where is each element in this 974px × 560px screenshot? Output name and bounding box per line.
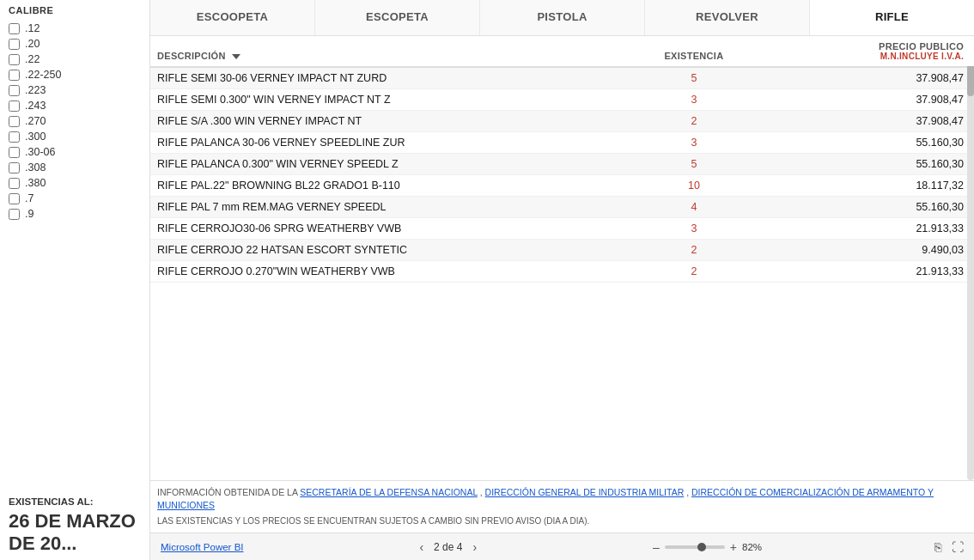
checkbox-.243[interactable]: [9, 100, 20, 112]
td-desc: RIFLE CERROJO 22 HATSAN ESCORT SYNTETIC: [150, 240, 644, 261]
checkbox-.7[interactable]: [9, 193, 20, 204]
td-exist: 3: [644, 132, 743, 154]
checkbox-label-.223: .223: [25, 84, 46, 96]
checkbox-label-.7: .7: [25, 192, 33, 204]
col-price-sub: M.N.INCLUYE I.V.A.: [750, 52, 964, 61]
zoom-thumb: [697, 543, 706, 551]
scrollbar[interactable]: [967, 36, 974, 480]
td-price: 21.913,33: [743, 261, 974, 283]
page-next-btn[interactable]: ›: [469, 540, 480, 554]
td-desc: RIFLE PAL 7 mm REM.MAG VERNEY SPEEDL: [150, 197, 644, 218]
info-source-text: INFORMACIÓN OBTENIDA DE LA: [157, 487, 300, 497]
checkbox-item-.7[interactable]: .7: [9, 191, 141, 206]
checkbox-label-.22-250: .22-250: [25, 69, 61, 81]
checkbox-.12[interactable]: [9, 23, 20, 34]
existencias-label: EXISTENCIAS AL:: [9, 496, 141, 507]
table-row: RIFLE PAL.22" BROWNING BL22 GRADO1 B-110…: [150, 175, 974, 197]
table-area[interactable]: DESCRIPCIÓN EXISTENCIA PRECIO PUBLICO M.…: [150, 36, 974, 480]
col-desc-header[interactable]: DESCRIPCIÓN: [150, 36, 644, 67]
td-price: 37.908,47: [743, 111, 974, 132]
checkbox-item-.22[interactable]: .22: [9, 52, 141, 67]
pagination: ‹ 2 de 4 ›: [416, 540, 480, 554]
checkbox-item-.9[interactable]: .9: [9, 206, 141, 222]
sidebar-title: CALIBRE: [9, 5, 141, 15]
td-price: 37.908,47: [743, 89, 974, 111]
td-exist: 10: [644, 175, 743, 197]
td-exist: 4: [644, 197, 743, 218]
checkbox-.308[interactable]: [9, 162, 20, 173]
checkbox-.223[interactable]: [9, 85, 20, 96]
td-desc: RIFLE CERROJO30-06 SPRG WEATHERBY VWB: [150, 218, 644, 240]
table-body: RIFLE SEMI 30-06 VERNEY IMPACT NT ZURD53…: [150, 67, 974, 283]
table-row: RIFLE PALANCA 30-06 VERNEY SPEEDLINE ZUR…: [150, 132, 974, 154]
checkbox-item-.308[interactable]: .308: [9, 160, 141, 175]
checkbox-item-.30-06[interactable]: .30-06: [9, 144, 141, 160]
td-exist: 2: [644, 240, 743, 261]
td-price: 37.908,47: [743, 67, 974, 89]
page-current: 2 de 4: [434, 541, 462, 553]
col-price-header: PRECIO PUBLICO M.N.INCLUYE I.V.A.: [743, 36, 974, 67]
checkbox-item-.223[interactable]: .223: [9, 82, 141, 98]
checkbox-label-.22: .22: [25, 53, 40, 65]
power-bi-link[interactable]: Microsoft Power BI: [161, 542, 244, 552]
share-icon[interactable]: ⎘: [934, 540, 941, 554]
table-row: RIFLE PAL 7 mm REM.MAG VERNEY SPEEDL455.…: [150, 197, 974, 218]
table-row: RIFLE CERROJO 22 HATSAN ESCORT SYNTETIC2…: [150, 240, 974, 261]
main-container: CALIBRE .12.20.22.22-250.223.243.270.300…: [0, 0, 974, 560]
tab-escoopeta[interactable]: ESCOOPETA: [150, 0, 315, 35]
checkbox-item-.243[interactable]: .243: [9, 98, 141, 113]
checkbox-.20[interactable]: [9, 39, 20, 50]
td-exist: 2: [644, 261, 743, 283]
sidebar: CALIBRE .12.20.22.22-250.223.243.270.300…: [0, 0, 150, 560]
checkbox-item-.12[interactable]: .12: [9, 21, 141, 36]
tab-escopeta[interactable]: ESCOPETA: [315, 0, 480, 35]
td-price: 55.160,30: [743, 132, 974, 154]
checkbox-.380[interactable]: [9, 178, 20, 189]
zoom-minus-btn[interactable]: –: [653, 540, 660, 554]
info-link2[interactable]: DIRECCIÓN GENERAL DE INDUSTRIA MILITAR: [485, 487, 685, 497]
checkbox-label-.20: .20: [25, 38, 40, 50]
checkbox-.30-06[interactable]: [9, 147, 20, 158]
td-price: 55.160,30: [743, 197, 974, 218]
td-exist: 2: [644, 111, 743, 132]
table-row: RIFLE PALANCA 0.300" WIN VERNEY SPEEDL Z…: [150, 154, 974, 175]
checkbox-item-.380[interactable]: .380: [9, 175, 141, 191]
td-price: 21.913,33: [743, 218, 974, 240]
td-desc: RIFLE CERROJO 0.270"WIN WEATHERBY VWB: [150, 261, 644, 283]
checkbox-item-.20[interactable]: .20: [9, 36, 141, 52]
td-exist: 3: [644, 218, 743, 240]
td-desc: RIFLE SEMI 0.300" WIN VERNEY IMPACT NT Z: [150, 89, 644, 111]
checkbox-item-.270[interactable]: .270: [9, 113, 141, 129]
checkbox-label-.9: .9: [25, 208, 33, 220]
zoom-slider[interactable]: [665, 545, 725, 549]
tab-rifle[interactable]: RIFLE: [810, 0, 974, 35]
fullscreen-icon[interactable]: ⛶: [952, 540, 964, 554]
checkbox-.22-250[interactable]: [9, 70, 20, 81]
tab-revolver[interactable]: REVOLVER: [645, 0, 810, 35]
zoom-plus-btn[interactable]: +: [730, 540, 737, 554]
info-link1[interactable]: SECRETARÍA DE LA DEFENSA NACIONAL: [300, 487, 478, 497]
checkbox-.9[interactable]: [9, 209, 20, 220]
content-area: ESCOOPETAESCOPETAPISTOLAREVOLVERRIFLE DE…: [150, 0, 974, 560]
table-row: RIFLE CERROJO30-06 SPRG WEATHERBY VWB321…: [150, 218, 974, 240]
col-exist-header[interactable]: EXISTENCIA: [644, 36, 743, 67]
tab-pistola[interactable]: PISTOLA: [480, 0, 645, 35]
checkbox-.270[interactable]: [9, 116, 20, 127]
td-price: 9.490,03: [743, 240, 974, 261]
bottom-right-icons: ⎘ ⛶: [934, 540, 964, 554]
checkbox-.22[interactable]: [9, 54, 20, 65]
td-price: 18.117,32: [743, 175, 974, 197]
checkbox-list: .12.20.22.22-250.223.243.270.300.30-06.3…: [9, 21, 141, 222]
td-desc: RIFLE S/A .300 WIN VERNEY IMPACT NT: [150, 111, 644, 132]
checkbox-item-.300[interactable]: .300: [9, 129, 141, 144]
checkbox-item-.22-250[interactable]: .22-250: [9, 67, 141, 82]
checkbox-.300[interactable]: [9, 131, 20, 143]
td-desc: RIFLE SEMI 30-06 VERNEY IMPACT NT ZURD: [150, 67, 644, 89]
td-desc: RIFLE PALANCA 30-06 VERNEY SPEEDLINE ZUR: [150, 132, 644, 154]
category-tabs: ESCOOPETAESCOPETAPISTOLAREVOLVERRIFLE: [150, 0, 974, 36]
zoom-value: 82%: [742, 542, 762, 552]
page-prev-btn[interactable]: ‹: [416, 540, 427, 554]
sidebar-footer: EXISTENCIAS AL: 26 DE MARZO DE 20...: [9, 490, 141, 555]
info-notice: LAS EXISTENCIAS Y LOS PRECIOS SE ENCUENT…: [157, 514, 967, 527]
checkbox-label-.380: .380: [25, 177, 46, 189]
